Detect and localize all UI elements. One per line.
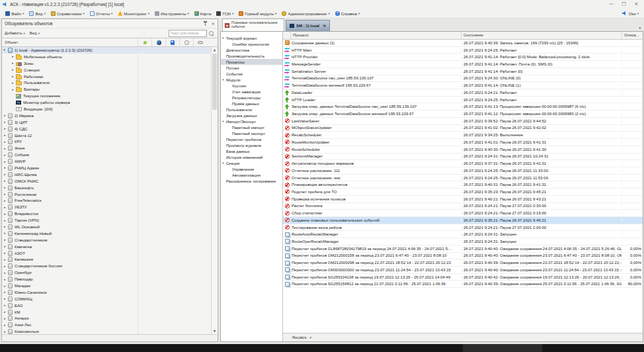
tree-item[interactable]: 2) Марина bbox=[2, 112, 211, 119]
tree-item[interactable]: Оренбург bbox=[2, 269, 211, 276]
tree-item[interactable]: Станции bbox=[2, 67, 211, 73]
tree-item[interactable]: ОМСК РНИС bbox=[2, 178, 211, 185]
expander-icon[interactable] bbox=[2, 265, 8, 268]
process-row[interactable]: Сохранение данных [1] 26.07.2021 9:40:39… bbox=[283, 40, 643, 47]
tree-item[interactable]: FreeTelematics bbox=[2, 197, 211, 204]
tree-scrollbar[interactable]: ▲ ▼ bbox=[211, 47, 218, 334]
nav-item[interactable]: Секции bbox=[221, 160, 282, 166]
expander-icon[interactable] bbox=[2, 245, 8, 248]
process-row[interactable]: Пересчет пробегов GL868728034179819 за п… bbox=[283, 245, 643, 253]
process-row[interactable]: LastValueSaver 26.07.2021 9:39:52: Пауза… bbox=[283, 118, 643, 125]
tree-item[interactable]: СОМИАЦ bbox=[2, 296, 211, 302]
nav-item[interactable]: Пакетный импорт bbox=[221, 124, 282, 130]
tree-item[interactable]: Камчатка bbox=[2, 243, 211, 250]
menu-item[interactable]: Справка ▾ bbox=[333, 11, 363, 17]
expander-icon[interactable] bbox=[2, 48, 8, 52]
expander-icon[interactable] bbox=[221, 78, 226, 81]
minimize-button[interactable]: — bbox=[605, 0, 618, 8]
expander-icon[interactable] bbox=[10, 95, 16, 98]
process-row[interactable]: Загрузка опер. данных TerminalDataSource… bbox=[283, 110, 643, 118]
menu-item[interactable]: Мониторинг ▾ bbox=[115, 11, 152, 17]
tab-planned-events[interactable]: Плановые пользовательские события bbox=[222, 19, 284, 31]
expander-icon[interactable] bbox=[2, 225, 8, 228]
process-row[interactable]: Пересчет пробегов OM303000300 за период … bbox=[283, 267, 643, 274]
menu-item[interactable]: Карта ▾ bbox=[192, 11, 214, 17]
tree-item[interactable]: РНИЦ Админ bbox=[2, 165, 211, 171]
expander-icon[interactable] bbox=[2, 232, 8, 235]
process-row[interactable]: RouteMonitorUpdater 26.07.2021 9:41:01: … bbox=[283, 139, 643, 146]
tree-item[interactable]: АМУР bbox=[2, 158, 211, 165]
process-row[interactable]: TerminalDataSource nav_user 185.59.139.1… bbox=[283, 75, 643, 83]
nav-item[interactable]: Хостинг bbox=[221, 83, 282, 89]
process-row[interactable]: RouteOperRecalcManager 26.07.2021 9:24:3… bbox=[283, 238, 643, 245]
menu-item[interactable]: Файл ▾ bbox=[3, 11, 26, 17]
expander-icon[interactable] bbox=[2, 160, 8, 163]
expander-icon[interactable] bbox=[10, 107, 16, 110]
nav-item[interactable]: Приём данных bbox=[221, 101, 282, 107]
expander-icon[interactable] bbox=[10, 101, 16, 105]
tree-item[interactable]: 3) ЦИТ bbox=[2, 119, 211, 126]
process-row[interactable]: Пересчет пробегов OM212000158 за период … bbox=[283, 253, 643, 260]
expander-icon[interactable] bbox=[2, 317, 8, 320]
nav-item[interactable]: Просмотр журнала bbox=[221, 142, 282, 148]
tree-item[interactable]: Калмыкия bbox=[2, 257, 211, 263]
tree-item[interactable]: Шахта 12 bbox=[2, 132, 211, 139]
tree-item[interactable]: Магадан bbox=[2, 283, 211, 289]
expander-icon[interactable] bbox=[2, 147, 8, 150]
nav-item[interactable]: Автоматизация bbox=[221, 172, 282, 178]
nav-item[interactable]: События bbox=[221, 71, 282, 77]
pin-icon[interactable] bbox=[203, 21, 208, 26]
menu-item[interactable]: Горный модуль ▾ bbox=[236, 11, 279, 17]
expander-icon[interactable] bbox=[10, 55, 16, 58]
expander-icon[interactable] bbox=[2, 140, 8, 144]
nav-item[interactable]: Модули bbox=[221, 77, 282, 83]
process-row[interactable]: DataLoader 26.07.2021 9:24:21: Работает bbox=[283, 89, 643, 97]
nav-item[interactable]: Процессы bbox=[221, 59, 282, 65]
nav-item[interactable]: Потоки bbox=[221, 65, 282, 71]
process-row[interactable]: RouteAutoRecalcManager 26.07.2021 9:24:3… bbox=[283, 231, 643, 238]
process-row[interactable]: SectionsManager 26.07.2021 9:24:31: Пауз… bbox=[283, 154, 643, 161]
maximize-button[interactable]: □ bbox=[618, 0, 630, 8]
tree-item[interactable]: Азия Лес bbox=[2, 322, 211, 328]
tree-item[interactable]: УЕЗТУ bbox=[2, 204, 211, 210]
process-row[interactable]: HTTP Main 26.07.2021 9:24:25: Работает bbox=[283, 47, 643, 54]
tree-item[interactable]: 4) СДС bbox=[2, 126, 211, 132]
process-row[interactable]: Планировщик автопересчетов 26.07.2021 9:… bbox=[283, 181, 643, 189]
process-row[interactable]: RecalcScheduler 26.07.2021 9:34:25: Выпо… bbox=[283, 132, 643, 139]
nav-item[interactable]: История изменений bbox=[221, 154, 282, 160]
scroll-up-icon[interactable]: ▲ bbox=[212, 47, 218, 53]
expander-icon[interactable] bbox=[10, 75, 16, 78]
expander-icon[interactable] bbox=[10, 62, 16, 65]
nav-item[interactable]: Загрузка данных bbox=[221, 112, 282, 118]
tree-item[interactable]: Сибцем bbox=[2, 152, 211, 158]
expander-icon[interactable] bbox=[2, 219, 8, 222]
expander-icon[interactable] bbox=[2, 324, 8, 327]
expander-icon[interactable] bbox=[2, 199, 8, 202]
expander-icon[interactable] bbox=[10, 68, 16, 71]
nav-item[interactable]: Управление bbox=[221, 166, 282, 172]
expander-icon[interactable] bbox=[2, 120, 8, 124]
process-row[interactable]: Создание плановых пользовательских событ… bbox=[283, 217, 643, 224]
nav-item[interactable]: Импорт/Экспорт bbox=[221, 118, 282, 124]
process-row[interactable]: Расчет биллинга 26.07.2021 9:24:21: Пауз… bbox=[283, 203, 643, 210]
expander-icon[interactable] bbox=[2, 251, 8, 255]
expander-icon[interactable] bbox=[2, 330, 8, 333]
tree-item[interactable]: Павлодар bbox=[2, 276, 211, 283]
expander-icon[interactable] bbox=[2, 285, 8, 288]
expander-icon[interactable] bbox=[221, 161, 226, 165]
tree-item[interactable]: Женя bbox=[2, 145, 211, 152]
nav-item[interactable]: Пакетный экспорт bbox=[221, 130, 282, 136]
tab-close-icon[interactable]: × bbox=[323, 23, 326, 28]
window-menu[interactable]: Окн ▾ bbox=[622, 11, 641, 16]
tree-item[interactable]: Комсомольск bbox=[2, 328, 211, 334]
process-row[interactable]: RouteScheduler 26.07.2021 9:40:30: Пауза… bbox=[283, 146, 643, 154]
column-header-process[interactable]: Процесс bbox=[291, 32, 462, 39]
menu-item[interactable]: ГСМ ▾ bbox=[214, 11, 236, 17]
nav-item[interactable]: Расширенное логирование bbox=[221, 178, 282, 184]
expander-icon[interactable] bbox=[10, 81, 16, 85]
tree-item[interactable]: Пользователи bbox=[2, 79, 211, 86]
tree-item[interactable]: Стандарттелеком Хостинг bbox=[2, 263, 211, 269]
search-icon[interactable] bbox=[209, 31, 214, 36]
nav-item[interactable]: Ретрансляторы bbox=[221, 95, 282, 101]
expander-icon[interactable] bbox=[2, 166, 8, 169]
